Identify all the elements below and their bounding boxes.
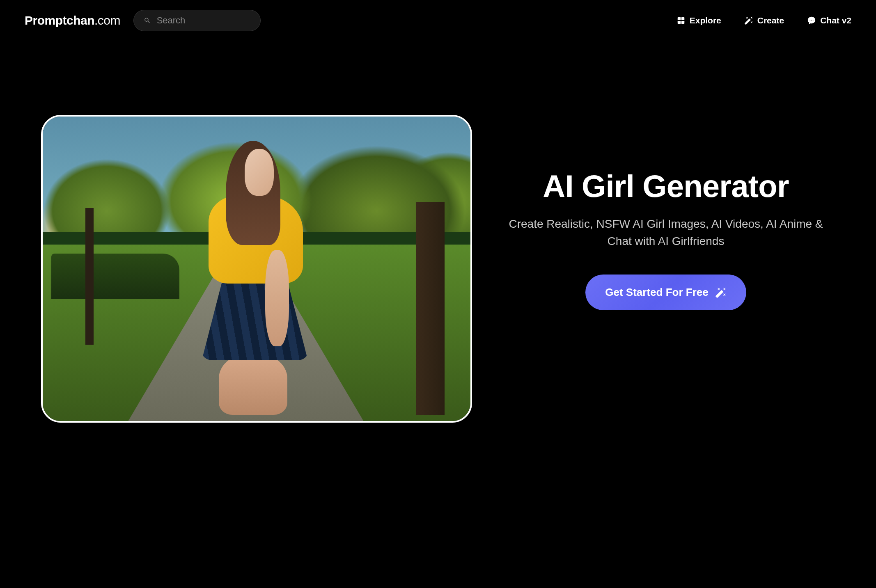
hero-image <box>41 115 472 423</box>
figure-legs <box>219 355 287 415</box>
figure-face <box>245 149 274 196</box>
svg-rect-2 <box>677 21 680 24</box>
nav-chat-label: Chat v2 <box>820 16 851 25</box>
hero-subtitle: Create Realistic, NSFW AI Girl Images, A… <box>498 215 834 250</box>
logo-suffix: .com <box>94 14 120 27</box>
site-logo[interactable]: Promptchan.com <box>25 14 120 27</box>
get-started-button[interactable]: Get Started For Free <box>585 275 746 310</box>
figure-arm <box>265 250 289 346</box>
main-content: AI Girl Generator Create Realistic, NSFW… <box>0 41 876 423</box>
scene-trunk-right <box>416 202 445 415</box>
search-icon <box>144 16 151 25</box>
nav-create[interactable]: Create <box>744 16 784 25</box>
scene-trunk-left <box>85 208 94 345</box>
chat-icon <box>807 16 816 25</box>
search-input[interactable] <box>157 15 250 26</box>
nav-explore-label: Explore <box>690 16 721 25</box>
hero-image-scene <box>43 117 470 421</box>
nav-create-label: Create <box>757 16 784 25</box>
figure-skirt <box>202 278 308 360</box>
header: Promptchan.com Explore Create <box>0 0 876 41</box>
svg-rect-1 <box>681 17 684 20</box>
hero-right: AI Girl Generator Create Realistic, NSFW… <box>497 115 835 310</box>
grid-icon <box>676 16 686 25</box>
nav-links: Explore Create Chat v2 <box>676 16 851 25</box>
wand-icon <box>715 287 727 298</box>
wand-icon <box>744 16 753 25</box>
hero-title: AI Girl Generator <box>543 168 789 204</box>
scene-figure <box>171 141 342 415</box>
scene-hedge <box>51 254 180 299</box>
nav-explore[interactable]: Explore <box>676 16 721 25</box>
nav-chat[interactable]: Chat v2 <box>807 16 851 25</box>
search-container[interactable] <box>133 10 261 31</box>
svg-rect-3 <box>681 21 684 24</box>
logo-name: Promptchan <box>25 14 94 27</box>
svg-rect-0 <box>677 17 680 20</box>
cta-label: Get Started For Free <box>605 286 708 299</box>
